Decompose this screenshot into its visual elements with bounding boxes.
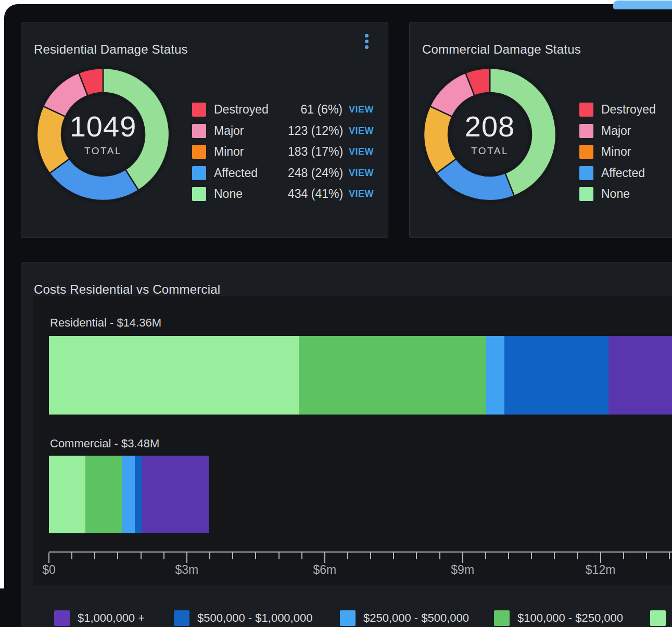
legend-label: None — [601, 187, 630, 201]
legend-row-none: None434 (41%)VIEW — [192, 187, 374, 201]
panel-title-residential: Residential Damage Status — [34, 42, 188, 57]
legend-row-major: Major123 (12%)VIEW — [192, 124, 374, 138]
x-axis-minor-tick — [301, 553, 302, 559]
x-axis-minor-tick — [623, 553, 624, 559]
bar-segment — [608, 336, 672, 415]
legend-row-destroyed: Destroyed61 (6%)VIEW — [192, 103, 374, 117]
donut-segment-affected — [49, 159, 138, 200]
x-axis-minor-tick — [508, 553, 509, 559]
panel-title-costs: Costs Residential vs Commercial — [34, 282, 220, 297]
cost-legend-item: $1,000,000 + — [54, 610, 145, 626]
x-axis-minor-tick — [255, 553, 256, 559]
cost-legend-label: $1,000,000 + — [78, 611, 145, 625]
legend-label: Minor — [214, 145, 288, 159]
stacked-bar-residential — [49, 336, 672, 415]
cost-legend-label: $100,000 - $250,000 — [517, 611, 623, 625]
legend-swatch-minor — [192, 145, 206, 159]
x-axis-tick-label: $6m — [313, 563, 336, 577]
legend-value: 434 (41%) — [288, 187, 343, 201]
legend-swatch-affected — [579, 166, 593, 180]
top-right-button-fragment[interactable] — [613, 1, 672, 9]
x-axis-major-tick — [48, 553, 49, 563]
x-axis-minor-tick — [370, 553, 371, 559]
legend-value: 183 (17%) — [288, 145, 343, 159]
legend-label: None — [214, 187, 288, 201]
bar-segment — [135, 456, 142, 533]
legend-value: 248 (24%) — [288, 166, 343, 180]
legend-label: Destroyed — [601, 103, 656, 117]
donut-segment-none — [103, 68, 169, 190]
legend-swatch-destroyed — [192, 103, 206, 117]
view-link-destroyed[interactable]: VIEW — [349, 104, 374, 115]
x-axis-minor-tick — [163, 553, 164, 559]
cost-legend-swatch — [340, 610, 356, 626]
legend-swatch-minor — [579, 145, 593, 159]
x-axis-minor-tick — [646, 553, 647, 559]
legend-label: Minor — [601, 145, 631, 159]
legend-value: 123 (12%) — [288, 124, 343, 138]
bar-label-residential: Residential - $14.36M — [50, 316, 161, 330]
x-axis-major-tick — [600, 553, 601, 563]
x-axis-major-tick — [462, 553, 463, 563]
cost-legend-label: $250,000 - $500,000 — [363, 611, 469, 625]
stacked-bar-commercial — [49, 456, 209, 533]
legend-swatch-none — [192, 187, 206, 201]
x-axis-major-tick — [324, 553, 325, 563]
view-link-none[interactable]: VIEW — [349, 189, 374, 199]
cost-legend-item — [650, 610, 672, 626]
cost-legend-swatch — [54, 610, 70, 626]
x-axis-minor-tick — [485, 553, 486, 559]
legend-swatch-major — [579, 124, 593, 138]
panel-residential-damage-status: Residential Damage Status 1049 TOTAL Des… — [21, 22, 388, 238]
x-axis-minor-tick — [71, 553, 72, 559]
x-axis-minor-tick — [669, 553, 670, 559]
legend-value: 61 (6%) — [288, 103, 343, 117]
cost-legend-item: $250,000 - $500,000 — [340, 610, 469, 626]
commercial-donut-chart: 208 TOTAL — [422, 67, 557, 202]
cost-legend-label: $500,000 - $1,000,000 — [197, 611, 312, 625]
cost-legend-swatch — [494, 610, 510, 626]
view-link-minor[interactable]: VIEW — [349, 146, 374, 157]
dashboard-window: Residential Damage Status 1049 TOTAL Des… — [4, 4, 672, 627]
commercial-status-legend: DestroyedMajorMinorAffectedNone — [579, 103, 656, 208]
legend-label: Major — [214, 124, 288, 138]
x-axis-tick-label: $0 — [42, 563, 56, 577]
bar-segment — [49, 336, 299, 415]
legend-row-minor: Minor183 (17%)VIEW — [192, 145, 374, 159]
bar-segment — [486, 336, 504, 415]
page-background: Residential Damage Status 1049 TOTAL Des… — [0, 0, 672, 627]
x-axis-minor-tick — [117, 553, 118, 559]
bar-segment — [49, 456, 85, 533]
legend-row-none: None — [579, 187, 656, 201]
legend-label: Affected — [601, 166, 645, 180]
x-axis-minor-tick — [577, 553, 578, 559]
bar-segment — [122, 456, 135, 533]
x-axis-major-tick — [186, 553, 187, 563]
x-axis-minor-tick — [141, 553, 142, 559]
residential-donut-chart: 1049 TOTAL — [35, 67, 171, 202]
x-axis-minor-tick — [416, 553, 417, 559]
bar-segment — [142, 456, 209, 533]
legend-swatch-major — [192, 124, 206, 138]
x-axis-minor-tick — [531, 553, 532, 559]
cost-legend-swatch — [650, 610, 666, 626]
residential-donut-svg — [35, 67, 171, 202]
legend-swatch-affected — [192, 166, 206, 180]
x-axis-minor-tick — [278, 553, 280, 559]
bar-label-commercial: Commercial - $3.48M — [50, 437, 159, 450]
x-axis-minor-tick — [209, 553, 210, 559]
panel-title-commercial: Commercial Damage Status — [422, 42, 581, 57]
x-axis-line — [49, 551, 672, 553]
costs-bar-chart-plot: Residential - $14.36MCommercial - $3.48M… — [33, 296, 672, 585]
legend-swatch-destroyed — [579, 103, 593, 117]
kebab-menu-icon[interactable] — [358, 29, 375, 54]
residential-status-legend: Destroyed61 (6%)VIEWMajor123 (12%)VIEWMi… — [192, 103, 374, 208]
x-axis-minor-tick — [439, 553, 440, 559]
x-axis-minor-tick — [94, 553, 95, 559]
cost-legend-item: $100,000 - $250,000 — [494, 610, 623, 626]
view-link-major[interactable]: VIEW — [349, 126, 374, 136]
legend-row-affected: Affected248 (24%)VIEW — [192, 166, 374, 180]
x-axis-minor-tick — [347, 553, 348, 559]
panel-commercial-damage-status: Commercial Damage Status 208 TOTAL Destr… — [409, 22, 672, 238]
view-link-affected[interactable]: VIEW — [349, 168, 374, 179]
